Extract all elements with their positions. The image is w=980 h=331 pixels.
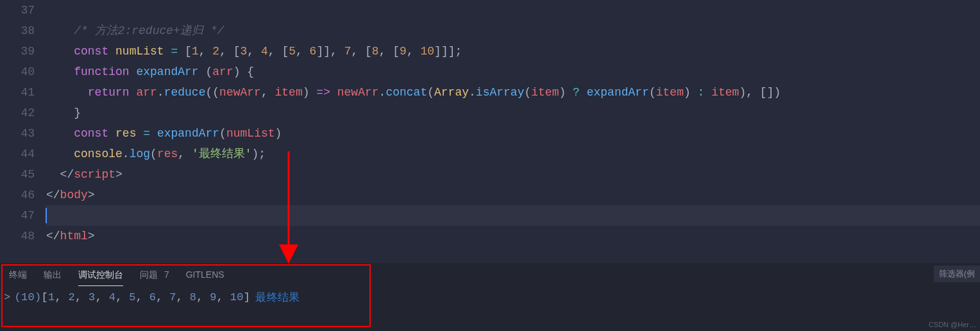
bottom-panel: 终端 输出 调试控制台 问题 7 GITLENS 筛选器(例 > (10) [ … xyxy=(0,263,980,331)
filter-input[interactable]: 筛选器(例 xyxy=(934,266,980,282)
panel-tabs: 终端 输出 调试控制台 问题 7 GITLENS xyxy=(0,263,980,286)
line-number: 40 xyxy=(0,62,35,82)
tab-problems-label: 问题 xyxy=(140,269,158,280)
text-cursor xyxy=(46,208,47,223)
line-number: 46 xyxy=(0,185,35,205)
line-number: 37 xyxy=(0,0,35,21)
tab-terminal[interactable]: 终端 xyxy=(9,263,27,286)
code-line[interactable]: const res = expandArr(numList) xyxy=(46,123,980,144)
code-line[interactable] xyxy=(46,205,980,226)
problems-count-badge: 7 xyxy=(164,269,169,280)
code-line[interactable]: const numList = [1, 2, [3, 4, [5, 6]], 7… xyxy=(46,41,980,62)
line-number-gutter: 373839404142434445464748 xyxy=(0,0,46,263)
tab-problems[interactable]: 问题 7 xyxy=(140,263,169,286)
code-line[interactable]: /* 方法2:reduce+递归 */ xyxy=(46,21,980,41)
line-number: 45 xyxy=(0,164,35,185)
code-line[interactable]: } xyxy=(46,103,980,123)
code-area[interactable]: /* 方法2:reduce+递归 */ const numList = [1, … xyxy=(46,0,980,263)
tab-gitlens[interactable]: GITLENS xyxy=(186,263,224,286)
code-line[interactable] xyxy=(46,0,980,21)
watermark: CSDN @Her… xyxy=(929,321,976,328)
array-open-bracket: [ xyxy=(42,291,49,303)
line-number: 39 xyxy=(0,41,35,62)
line-number: 47 xyxy=(0,205,35,226)
console-result-label: 最终结果 xyxy=(255,290,300,305)
code-line[interactable]: function expandArr (arr) { xyxy=(46,62,980,82)
line-number: 43 xyxy=(0,123,35,144)
tab-debug-console[interactable]: 调试控制台 xyxy=(78,263,123,286)
console-output-row[interactable]: > (10) [ 1, 2, 3, 4, 5, 6, 7, 8, 9, 10 ]… xyxy=(0,286,980,305)
array-close-bracket: ] xyxy=(244,291,251,303)
line-number: 38 xyxy=(0,21,35,41)
code-line[interactable]: </body> xyxy=(46,185,980,205)
code-line[interactable]: </script> xyxy=(46,164,980,185)
chevron-right-icon: > xyxy=(4,291,11,303)
tab-output[interactable]: 输出 xyxy=(44,263,62,286)
line-number: 41 xyxy=(0,82,35,103)
code-line[interactable]: </html> xyxy=(46,226,980,246)
array-values: 1, 2, 3, 4, 5, 6, 7, 8, 9, 10 xyxy=(48,291,244,303)
code-editor[interactable]: 373839404142434445464748 /* 方法2:reduce+递… xyxy=(0,0,980,263)
line-number: 48 xyxy=(0,226,35,246)
code-line[interactable]: return arr.reduce((newArr, item) => newA… xyxy=(46,82,980,103)
array-length: (10) xyxy=(15,291,42,303)
code-line[interactable]: console.log(res, '最终结果'); xyxy=(46,144,980,164)
line-number: 42 xyxy=(0,103,35,123)
line-number: 44 xyxy=(0,144,35,164)
